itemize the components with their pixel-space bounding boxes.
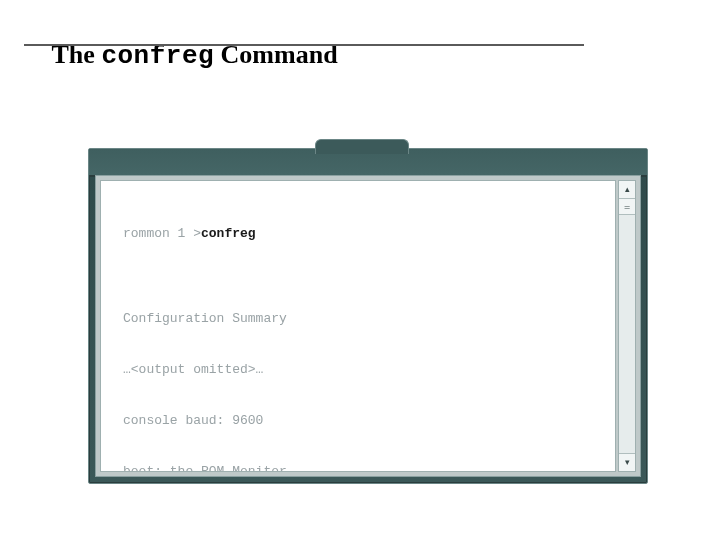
equals-icon: =: [624, 201, 630, 213]
prompt-text: rommon 1 >: [123, 226, 201, 241]
terminal-window: rommon 1 >confreg Configuration Summary …: [88, 148, 648, 484]
scroll-up-button[interactable]: ▴: [619, 181, 635, 199]
window-body: rommon 1 >confreg Configuration Summary …: [95, 175, 641, 477]
chevron-up-icon: ▴: [625, 185, 630, 194]
prompt-line: rommon 1 >confreg: [123, 225, 603, 242]
chevron-down-icon: ▾: [625, 458, 630, 467]
title-underline: [24, 44, 584, 46]
terminal-line: boot: the ROM Monitor: [123, 463, 603, 472]
scroll-page-button[interactable]: =: [619, 199, 635, 215]
terminal-line: Configuration Summary: [123, 310, 603, 327]
terminal-content: rommon 1 >confreg Configuration Summary …: [100, 180, 616, 472]
slide: The confreg Command rommon 1 >confreg Co…: [0, 0, 720, 540]
scrollbar-track[interactable]: [619, 215, 635, 453]
terminal-output: rommon 1 >confreg Configuration Summary …: [123, 191, 603, 472]
window-tab: [315, 139, 409, 154]
scroll-down-button[interactable]: ▾: [619, 453, 635, 471]
scrollbar[interactable]: ▴ = ▾: [618, 180, 636, 472]
page-title: The confreg Command: [26, 10, 338, 101]
terminal-line: …<output omitted>…: [123, 361, 603, 378]
command-text: confreg: [201, 226, 256, 241]
terminal-line: console baud: 9600: [123, 412, 603, 429]
